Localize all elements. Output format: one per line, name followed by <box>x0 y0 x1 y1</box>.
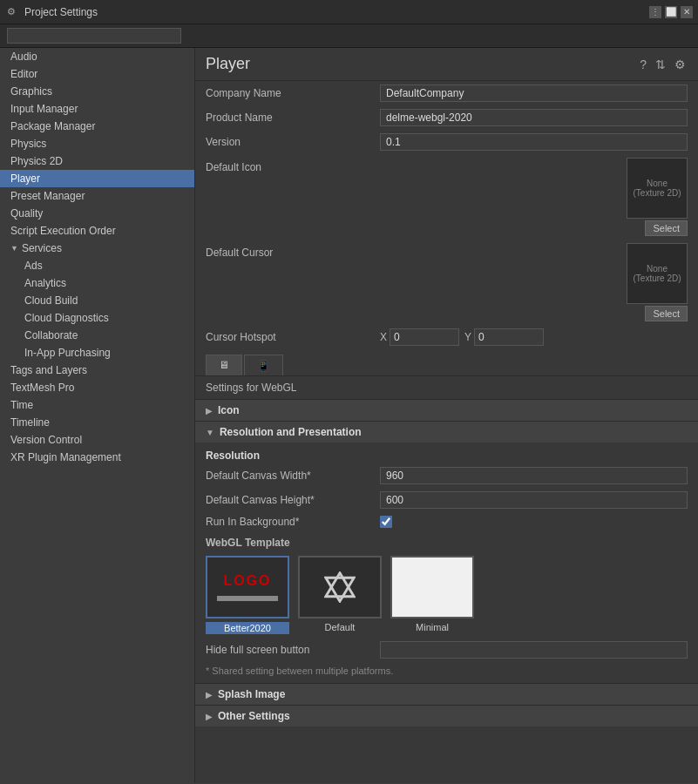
hotspot-x: X <box>380 328 459 346</box>
sidebar-item-preset-manager[interactable]: Preset Manager <box>0 187 194 205</box>
template-name-minimal: Minimal <box>416 622 449 632</box>
default-icon-none-label: None (Texture 2D) <box>633 179 681 198</box>
splash-section-title: Splash Image <box>218 688 285 700</box>
sidebar-item-label: Services <box>22 242 62 254</box>
other-settings-section-header[interactable]: ▶ Other Settings <box>195 705 698 727</box>
sidebar-item-physics[interactable]: Physics <box>0 135 194 152</box>
canvas-width-label: Default Canvas Width* <box>206 470 380 482</box>
sidebar-item-analytics[interactable]: Analytics <box>0 274 194 292</box>
better2020-preview: LOGO <box>207 558 288 617</box>
help-icon-btn[interactable]: ? <box>638 56 648 73</box>
sidebar-item-label: Physics <box>10 138 46 150</box>
template-options: LOGO Better2020 <box>195 552 698 638</box>
default-preview <box>300 558 380 617</box>
sidebar-item-label: In-App Purchasing <box>24 347 111 359</box>
template-better2020[interactable]: LOGO Better2020 <box>206 556 289 634</box>
sidebar-item-timeline[interactable]: Timeline <box>0 414 194 431</box>
cursor-hotspot-label: Cursor Hotspot <box>206 331 380 343</box>
resolution-label: Resolution <box>195 446 698 463</box>
sidebar-item-player[interactable]: Player <box>0 170 194 187</box>
template-default[interactable]: Default <box>298 556 382 634</box>
tab-webgl[interactable]: 🖥 <box>206 355 242 375</box>
sidebar-item-label: Quality <box>10 207 43 220</box>
sidebar-item-time[interactable]: Time <box>0 396 194 414</box>
sidebar-item-quality[interactable]: Quality <box>0 205 194 222</box>
hide-fullscreen-field <box>380 641 688 659</box>
more-options-btn[interactable]: ⋮ <box>649 6 661 18</box>
logo-text: LOGO <box>223 573 271 589</box>
default-icon-box[interactable]: None (Texture 2D) <box>627 158 688 219</box>
icon-section-header[interactable]: ▶ Icon <box>195 399 698 421</box>
sidebar-item-tags-and-layers[interactable]: Tags and Layers <box>0 362 194 379</box>
resolution-section-title: Resolution and Presentation <box>220 426 362 438</box>
hotspot-y-input[interactable] <box>474 328 544 346</box>
sidebar-item-audio[interactable]: Audio <box>0 48 194 65</box>
resolution-section-header[interactable]: ▼ Resolution and Presentation <box>195 421 698 443</box>
search-input[interactable] <box>7 28 181 44</box>
platform-tabs: 🖥 📱 <box>195 349 698 376</box>
sidebar-item-input-manager[interactable]: Input Manager <box>0 100 194 118</box>
close-btn[interactable]: ✕ <box>681 6 693 18</box>
hotspot-x-input[interactable] <box>390 328 459 346</box>
sidebar-item-script-execution-order[interactable]: Script Execution Order <box>0 222 194 240</box>
icon-section-title: Icon <box>218 404 240 416</box>
layout-icon-btn[interactable]: ⇅ <box>654 56 668 73</box>
version-value <box>380 133 688 151</box>
run-in-background-checkbox[interactable] <box>380 516 392 528</box>
default-icon-picker: None (Texture 2D) Select <box>380 158 688 236</box>
default-cursor-box[interactable]: None (Texture 2D) <box>627 243 688 304</box>
version-label: Version <box>206 136 380 148</box>
company-name-label: Company Name <box>206 87 380 99</box>
tab-mobile[interactable]: 📱 <box>244 355 283 375</box>
canvas-height-input[interactable] <box>380 491 688 509</box>
sidebar-item-label: Editor <box>10 68 37 80</box>
title-bar-controls: ⋮ ⬜ ✕ <box>649 6 693 18</box>
sidebar-item-xr-plugin-management[interactable]: XR Plugin Management <box>0 449 194 466</box>
sidebar-item-label: Input Manager <box>10 103 78 115</box>
sidebar-item-label: Player <box>10 172 40 185</box>
template-thumb-default <box>298 556 382 618</box>
settings-icon: ⚙ <box>7 6 19 18</box>
default-cursor-select-btn[interactable]: Select <box>645 306 688 321</box>
sidebar-item-label: Physics 2D <box>10 155 63 167</box>
sidebar-item-cloud-diagnostics[interactable]: Cloud Diagnostics <box>0 309 194 327</box>
canvas-height-label: Default Canvas Height* <box>206 494 380 506</box>
maximize-btn[interactable]: ⬜ <box>665 6 677 18</box>
sidebar-item-package-manager[interactable]: Package Manager <box>0 118 194 135</box>
sidebar-item-label: Package Manager <box>10 120 95 132</box>
sidebar-item-label: Tags and Layers <box>10 364 87 376</box>
sidebar-item-cloud-build[interactable]: Cloud Build <box>0 292 194 309</box>
content-header: Player ? ⇅ ⚙ <box>195 48 698 81</box>
window-title: Project Settings <box>24 6 98 18</box>
product-name-label: Product Name <box>206 112 380 124</box>
version-input[interactable] <box>380 133 688 151</box>
resolution-section-arrow: ▼ <box>206 428 214 437</box>
hide-fullscreen-label: Hide full screen button <box>206 644 380 656</box>
sidebar-item-in-app-purchasing[interactable]: In-App Purchasing <box>0 344 194 362</box>
template-minimal[interactable]: Minimal <box>390 556 474 634</box>
product-name-input[interactable] <box>380 109 688 126</box>
sidebar-item-services[interactable]: ▼ Services <box>0 240 194 257</box>
company-name-input[interactable] <box>380 84 688 102</box>
y-label: Y <box>464 331 471 343</box>
sidebar-item-graphics[interactable]: Graphics <box>0 83 194 100</box>
resolution-section-content: Resolution Default Canvas Width* Default… <box>195 443 698 683</box>
template-name-default: Default <box>325 622 356 632</box>
sidebar-item-textmesh-pro[interactable]: TextMesh Pro <box>0 379 194 396</box>
x-label: X <box>380 331 387 343</box>
default-cursor-label: Default Cursor <box>206 243 380 259</box>
sidebar-item-ads[interactable]: Ads <box>0 257 194 274</box>
sidebar-item-collaborate[interactable]: Collaborate <box>0 327 194 344</box>
sidebar-item-editor[interactable]: Editor <box>0 65 194 83</box>
monitor-icon: 🖥 <box>219 359 229 371</box>
settings-gear-btn[interactable]: ⚙ <box>673 56 688 73</box>
sidebar-item-version-control[interactable]: Version Control <box>0 431 194 449</box>
splash-section-arrow: ▶ <box>206 690 213 700</box>
sidebar-item-physics-2d[interactable]: Physics 2D <box>0 152 194 170</box>
sidebar-item-label: Preset Manager <box>10 190 85 202</box>
default-icon-select-btn[interactable]: Select <box>645 220 688 236</box>
canvas-width-input[interactable] <box>380 467 688 484</box>
version-row: Version <box>195 130 698 154</box>
default-cursor-area: Default Cursor None (Texture 2D) Select <box>195 240 698 325</box>
splash-image-section-header[interactable]: ▶ Splash Image <box>195 683 698 705</box>
